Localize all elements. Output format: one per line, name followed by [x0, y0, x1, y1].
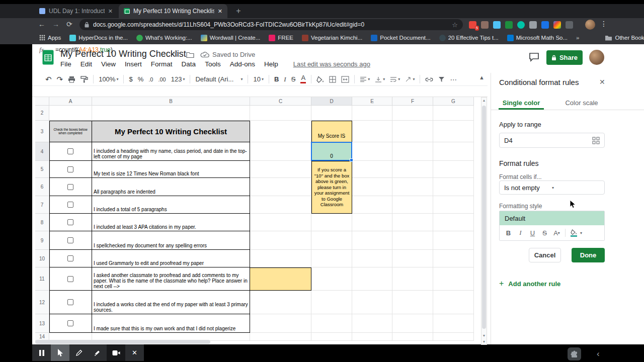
- row-header[interactable]: 10: [35, 250, 49, 267]
- cell[interactable]: [392, 214, 433, 231]
- checkbox[interactable]: [67, 166, 73, 172]
- collapse-chevron-icon[interactable]: ‹: [597, 349, 600, 359]
- strikethrough-icon[interactable]: S: [291, 75, 296, 83]
- cell[interactable]: [352, 196, 392, 214]
- cell[interactable]: [311, 250, 352, 267]
- cell-a13[interactable]: [49, 314, 92, 333]
- cell-d5-merged-note[interactable]: If you score a "10" and the box above is…: [311, 161, 352, 214]
- cell[interactable]: [311, 314, 352, 333]
- cell[interactable]: [392, 142, 433, 161]
- cell[interactable]: [352, 214, 392, 231]
- cell[interactable]: [433, 142, 474, 161]
- merge-cells-icon[interactable]: [341, 76, 349, 83]
- cell[interactable]: [250, 231, 311, 250]
- pen-tool-button[interactable]: [69, 344, 88, 361]
- range-input[interactable]: D4: [499, 133, 605, 148]
- cell[interactable]: [433, 214, 474, 231]
- account-avatar[interactable]: [589, 50, 604, 65]
- marker-tool-button[interactable]: [88, 344, 107, 361]
- cell[interactable]: [352, 231, 392, 250]
- italic-icon[interactable]: I: [284, 75, 286, 83]
- cell[interactable]: [250, 291, 311, 314]
- comment-history-button[interactable]: [529, 52, 539, 64]
- back-icon[interactable]: ←: [38, 20, 45, 28]
- text-wrap-icon[interactable]: ▾: [390, 76, 400, 82]
- bookmark-item[interactable]: FREE: [269, 35, 293, 41]
- more-options-icon[interactable]: ⋯: [450, 75, 457, 83]
- horizontal-align-icon[interactable]: ▾: [360, 76, 370, 82]
- last-edit-link[interactable]: Last edit was seconds ago: [293, 60, 370, 68]
- cell[interactable]: [352, 291, 392, 314]
- cell-a12[interactable]: [49, 291, 92, 314]
- paint-format-icon[interactable]: [80, 76, 88, 83]
- bookmark-star-icon[interactable]: ☆: [452, 21, 458, 29]
- cell[interactable]: [250, 214, 311, 231]
- row-header[interactable]: 6: [35, 178, 49, 196]
- checkbox[interactable]: [67, 202, 73, 208]
- new-tab-button[interactable]: +: [232, 7, 245, 16]
- cell[interactable]: [352, 106, 392, 121]
- extension-float-button[interactable]: [568, 347, 581, 360]
- horizontal-scrollbar[interactable]: [35, 340, 478, 344]
- vertical-scrollbar[interactable]: ▲ ▼ ▼: [481, 97, 487, 345]
- chevron-down-icon[interactable]: ▾: [580, 231, 582, 235]
- cancel-button[interactable]: Cancel: [529, 248, 561, 262]
- cell-b5[interactable]: My text is size 12 Times New Roman black…: [92, 161, 250, 178]
- browser-menu-icon[interactable]: ⋮: [600, 20, 607, 28]
- pause-button[interactable]: [32, 344, 51, 361]
- apps-shortcut[interactable]: Apps: [39, 35, 61, 41]
- cell[interactable]: [433, 121, 474, 142]
- column-header-f[interactable]: F: [392, 97, 433, 106]
- close-icon[interactable]: ✕: [599, 78, 605, 86]
- recorder-close-button[interactable]: ✕: [125, 344, 144, 361]
- cell[interactable]: [433, 314, 474, 333]
- cell[interactable]: [250, 142, 311, 161]
- vertical-align-icon[interactable]: ▾: [375, 76, 385, 82]
- collapse-toolbar-icon[interactable]: ▲: [479, 74, 485, 80]
- zoom-select[interactable]: 100%▾: [99, 75, 118, 83]
- cell-b10[interactable]: I used Grammarly to edit and proofread m…: [92, 250, 250, 267]
- bookmark-item[interactable]: Wordwall | Create...: [201, 35, 261, 41]
- cell-d3[interactable]: My Score IS: [311, 121, 352, 142]
- fill-color-icon[interactable]: [568, 227, 580, 238]
- scroll-down-icon[interactable]: ▼: [481, 334, 487, 337]
- row-header[interactable]: 7: [35, 196, 49, 214]
- cell[interactable]: [352, 161, 392, 178]
- menu-view[interactable]: View: [101, 60, 116, 68]
- cell[interactable]: [250, 106, 311, 121]
- cell[interactable]: [250, 161, 311, 178]
- cell-b12[interactable]: I included a works cited at the end of m…: [92, 291, 250, 314]
- cell[interactable]: [49, 106, 92, 121]
- extension-icon[interactable]: [517, 21, 525, 29]
- cell[interactable]: [311, 214, 352, 231]
- cell-b9[interactable]: I spellchecked my document for any spell…: [92, 231, 250, 250]
- cell-b4[interactable]: I included a heading with my name, class…: [92, 142, 250, 161]
- cell-a7[interactable]: [49, 196, 92, 214]
- row-header[interactable]: 8: [35, 214, 49, 231]
- tab-checklist[interactable]: My Perfect 10 Writing Checklis... ✕: [119, 4, 227, 18]
- bold-icon[interactable]: B: [274, 75, 279, 83]
- tab-color-scale[interactable]: Color scale: [551, 97, 612, 109]
- bookmark-item[interactable]: What's Working:...: [136, 35, 192, 41]
- cell-a9[interactable]: [49, 231, 92, 250]
- cell[interactable]: [392, 121, 433, 142]
- cell[interactable]: [92, 106, 250, 121]
- cell[interactable]: [392, 291, 433, 314]
- extension-icon[interactable]: [505, 21, 513, 29]
- cell-a8[interactable]: [49, 214, 92, 231]
- cell-a4[interactable]: [49, 142, 92, 161]
- camera-button[interactable]: [107, 344, 125, 361]
- bold-icon[interactable]: B: [503, 227, 514, 238]
- cell-a10[interactable]: [49, 250, 92, 267]
- row-header[interactable]: 13: [35, 314, 49, 333]
- number-format-select[interactable]: 123▾: [171, 75, 185, 83]
- done-button[interactable]: Done: [572, 248, 605, 262]
- bookmark-item[interactable]: HyperDocs in the...: [69, 35, 128, 41]
- cell[interactable]: [433, 161, 474, 178]
- text-rotate-icon[interactable]: ▾: [405, 76, 415, 82]
- row-header[interactable]: 3: [35, 121, 49, 142]
- cell[interactable]: [311, 291, 352, 314]
- tab-close-icon[interactable]: ✕: [108, 8, 113, 15]
- increase-decimal-icon[interactable]: .00: [158, 76, 166, 82]
- formula-bar[interactable]: [32, 85, 488, 97]
